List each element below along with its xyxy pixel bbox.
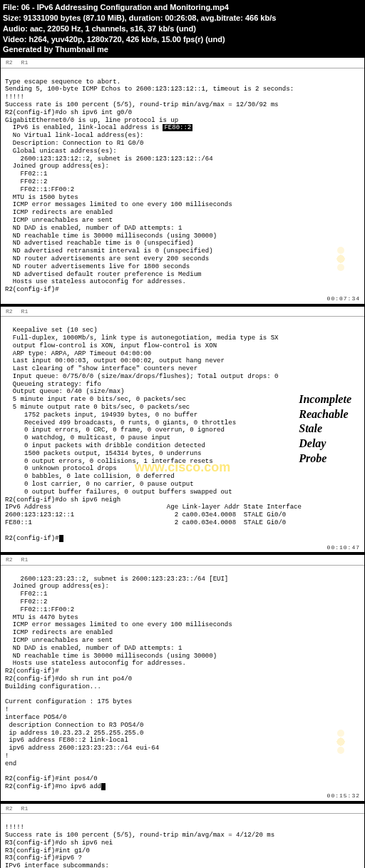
tab-bar: R2 R1 — [1, 58, 364, 68]
cursor — [101, 783, 106, 790]
terminal-panel-3: R2 R1 2600:123:23:23::2, subnet is 2600:… — [0, 554, 365, 802]
tab-r1[interactable]: R1 — [19, 556, 31, 563]
size-line: Size: 91331090 bytes (87.10 MiB), durati… — [3, 13, 362, 24]
tab-bar: R2 R1 — [1, 555, 364, 566]
highlighted-address: FE80::2 — [163, 124, 192, 131]
tab-r2[interactable]: R2 — [4, 556, 15, 563]
audio-line: Audio: aac, 22050 Hz, 1 channels, s16, 3… — [3, 24, 362, 34]
timestamp: 00:10:47 — [327, 544, 360, 551]
video-line: Video: h264, yuv420p, 1280x720, 426 kb/s… — [3, 34, 362, 45]
terminal-panel-4: R2 R1 !!!!! Success rate is 100 percent … — [0, 803, 365, 868]
cursor — [59, 535, 63, 542]
tab-bar: R2 R1 — [1, 804, 364, 815]
generated-line: Generated by Thumbnail me — [3, 44, 362, 55]
tab-r2[interactable]: R2 — [4, 308, 15, 315]
terminal-output[interactable]: 2600:123:23:23::2, subnet is 2600:123:23… — [1, 566, 364, 801]
tab-bar: R2 R1 — [1, 307, 364, 317]
terminal-output[interactable]: Type escape sequence to abort. Sending 5… — [1, 68, 364, 304]
terminal-panel-2: R2 R1 www.cisco.com Incomplete Reachable… — [0, 306, 365, 553]
tab-r2[interactable]: R2 — [4, 805, 15, 812]
file-line: File: 06 - IPv6 Addressing Configuration… — [3, 2, 362, 13]
tab-r1[interactable]: R1 — [19, 805, 31, 812]
timestamp: 00:07:34 — [327, 295, 360, 302]
tab-r2[interactable]: R2 — [4, 59, 15, 66]
terminal-output[interactable]: Keepalive set (10 sec) Full-duplex, 1000… — [1, 317, 364, 552]
terminal-output[interactable]: !!!!! Success rate is 100 percent (5/5),… — [1, 814, 364, 868]
tab-r1[interactable]: R1 — [19, 59, 31, 66]
video-metadata-header: File: 06 - IPv6 Addressing Configuration… — [0, 0, 365, 57]
tab-r1[interactable]: R1 — [19, 308, 31, 315]
timestamp: 00:15:32 — [327, 792, 360, 800]
terminal-panel-1: R2 R1 Type escape sequence to abort. Sen… — [0, 57, 365, 305]
